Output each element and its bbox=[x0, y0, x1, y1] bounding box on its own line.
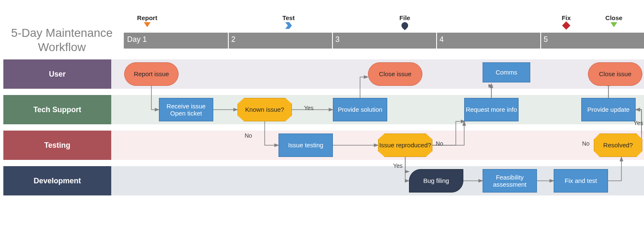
node-issue-testing: Issue testing bbox=[279, 134, 333, 157]
node-comms: Comms bbox=[483, 62, 530, 82]
lane-header-user: User bbox=[3, 59, 111, 89]
milestone-label: Report bbox=[137, 14, 157, 21]
lane-body-testing bbox=[111, 131, 644, 160]
drop-icon bbox=[400, 21, 410, 31]
milestone-fix: Fix bbox=[549, 14, 583, 28]
diamond-icon bbox=[562, 21, 570, 30]
milestone-label: Test bbox=[282, 14, 295, 21]
node-close-issue-b: Close issue bbox=[588, 62, 642, 86]
day-tick bbox=[540, 33, 541, 49]
edge-label-no: No bbox=[582, 140, 590, 147]
lane-header-techsupport: Tech Support bbox=[3, 95, 111, 124]
edge-label-yes: Yes bbox=[634, 120, 643, 126]
swimlane-diagram: 5-Day Maintenance Workflow Report Test F… bbox=[0, 0, 644, 226]
node-provide-update: Provide update bbox=[581, 98, 636, 121]
node-feasibility: Feasibility assessment bbox=[483, 169, 537, 193]
node-issue-reproduced: Issue reproduced? bbox=[378, 134, 432, 157]
milestone-test: Test bbox=[272, 14, 305, 29]
node-resolved: Resolved? bbox=[594, 134, 642, 157]
lane-header-development: Development bbox=[3, 166, 111, 195]
day-tick bbox=[228, 33, 229, 49]
day-tick bbox=[332, 33, 333, 49]
day-label: 3 bbox=[335, 35, 340, 44]
milestone-label: Fix bbox=[562, 14, 571, 21]
diagram-title: 5-Day Maintenance Workflow bbox=[8, 26, 116, 54]
day-label: Day 1 bbox=[127, 35, 147, 44]
node-receive-open: Receive issue Open ticket bbox=[159, 98, 213, 121]
milestone-report: Report bbox=[130, 14, 164, 27]
day-tick bbox=[436, 33, 437, 49]
node-bug-filing: Bug filing bbox=[409, 169, 463, 193]
node-request-more: Request more info bbox=[464, 98, 519, 121]
node-close-issue-a: Close issue bbox=[368, 62, 422, 86]
triangle-down-icon bbox=[611, 22, 617, 27]
edge-label-no: No bbox=[245, 132, 252, 139]
lane-header-testing: Testing bbox=[3, 131, 111, 160]
day-label: 4 bbox=[440, 35, 444, 44]
chevron-icon bbox=[285, 22, 292, 29]
node-fix-test: Fix and test bbox=[554, 169, 608, 193]
day-label: 5 bbox=[544, 35, 548, 44]
node-known-issue: Known issue? bbox=[238, 98, 292, 121]
edge-label-yes: Yes bbox=[393, 162, 403, 169]
node-provide-solution: Provide solution bbox=[333, 98, 387, 121]
edge-label-no: No bbox=[436, 140, 443, 147]
timeline-bar: Day 1 2 3 4 5 bbox=[124, 33, 644, 49]
day-label: 2 bbox=[231, 35, 235, 44]
milestone-label: Close bbox=[606, 14, 623, 21]
edge-label-yes: Yes bbox=[304, 105, 314, 111]
milestone-close: Close bbox=[597, 14, 631, 27]
node-report-issue: Report issue bbox=[124, 62, 179, 86]
triangle-down-icon bbox=[144, 22, 151, 27]
milestone-file: File bbox=[388, 14, 422, 29]
milestone-label: File bbox=[399, 14, 410, 21]
